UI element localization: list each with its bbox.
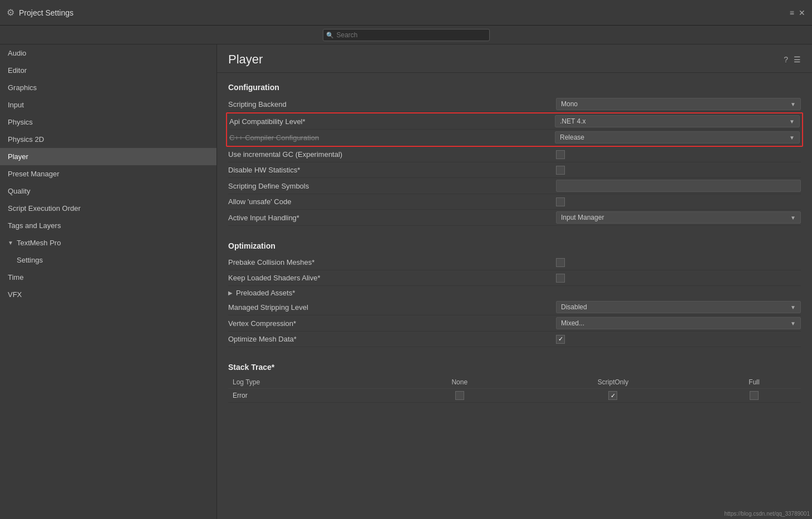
api-compat-value: .NET 4.x — [560, 117, 585, 125]
sidebar-item-script-execution-order[interactable]: Script Execution Order — [0, 200, 216, 217]
prebake-row: Prebake Collision Meshes* — [228, 255, 801, 270]
optimization-title: Optimization — [228, 241, 801, 250]
search-bar: 🔍 — [0, 26, 812, 45]
sidebar-item-label: Player — [8, 152, 28, 161]
col-none: None — [401, 376, 519, 389]
log-type-error: Error — [228, 389, 401, 403]
sidebar-item-label: Tags and Layers — [8, 221, 61, 230]
dropdown-arrow: ▼ — [789, 135, 795, 141]
incremental-gc-label: Use incremental GC (Experimental) — [228, 150, 556, 159]
sidebar-item-label: Graphics — [8, 83, 37, 92]
dropdown-arrow: ▼ — [790, 304, 796, 310]
error-scriptonly[interactable] — [519, 389, 707, 403]
content-menu-icon[interactable]: ☰ — [794, 55, 801, 64]
table-row: Error — [228, 389, 801, 403]
sidebar-item-label: TextMesh Pro — [17, 239, 61, 247]
unsafe-code-label: Allow 'unsafe' Code — [228, 197, 556, 206]
sidebar-item-preset-manager[interactable]: Preset Manager — [0, 165, 216, 182]
search-input[interactable] — [323, 29, 490, 41]
window-title: Project Settings — [19, 8, 73, 17]
sidebar-item-tags-and-layers[interactable]: Tags and Layers — [0, 217, 216, 234]
active-input-dropdown[interactable]: Input Manager ▼ — [556, 211, 801, 224]
error-full[interactable] — [707, 389, 801, 403]
sidebar-item-audio[interactable]: Audio — [0, 45, 216, 62]
sidebar-item-physics[interactable]: Physics — [0, 113, 216, 131]
shaders-row: Keep Loaded Shaders Alive* — [228, 270, 801, 286]
gear-icon: ⚙ — [7, 7, 14, 18]
scripting-backend-label: Scripting Backend — [228, 100, 556, 108]
shaders-checkbox[interactable] — [556, 274, 565, 283]
optimize-mesh-checkbox[interactable] — [556, 335, 565, 344]
sidebar-item-label: Editor — [8, 66, 27, 75]
cpp-compiler-dropdown[interactable]: Release ▼ — [555, 131, 800, 144]
stack-trace-table: Log Type None ScriptOnly Full Error — [228, 376, 801, 403]
preloaded-label[interactable]: Preloaded Assets* — [236, 289, 801, 297]
optimization-section: Optimization Prebake Collision Meshes* K… — [217, 231, 812, 353]
active-input-row: Active Input Handling* Input Manager ▼ — [228, 210, 801, 226]
cpp-compiler-value: Release — [560, 134, 584, 141]
unsafe-code-checkbox[interactable] — [556, 197, 565, 206]
error-none[interactable] — [401, 389, 519, 403]
stripping-row: Managed Stripping Level Disabled ▼ — [228, 299, 801, 315]
sidebar-item-player[interactable]: Player — [0, 148, 216, 165]
configuration-title: Configuration — [228, 83, 801, 92]
sidebar: AudioEditorGraphicsInputPhysicsPhysics 2… — [0, 45, 217, 519]
sidebar-item-quality[interactable]: Quality — [0, 182, 216, 200]
sidebar-item-label: Physics — [8, 118, 33, 126]
sidebar-item-graphics[interactable]: Graphics — [0, 79, 216, 96]
sidebar-item-physics-2d[interactable]: Physics 2D — [0, 131, 216, 148]
scripting-backend-row: Scripting Backend Mono ▼ — [228, 96, 801, 112]
sidebar-item-label: Input — [8, 101, 24, 109]
help-icon[interactable]: ? — [784, 55, 788, 64]
stripping-dropdown[interactable]: Disabled ▼ — [556, 301, 801, 313]
col-logtype: Log Type — [228, 376, 401, 389]
sidebar-item-label: Script Execution Order — [8, 204, 81, 212]
api-compat-label: Api Compatibility Level* — [229, 117, 555, 126]
sidebar-item-settings[interactable]: Settings — [0, 251, 216, 269]
vertex-compression-dropdown[interactable]: Mixed... ▼ — [556, 317, 801, 329]
menu-icon[interactable]: ≡ — [790, 8, 794, 17]
cpp-compiler-row: C++ Compiler Configuration Release ▼ — [229, 130, 800, 146]
sidebar-item-label: Audio — [8, 49, 26, 57]
sidebar-item-vfx[interactable]: VFX — [0, 286, 216, 303]
sidebar-item-label: Quality — [8, 187, 30, 195]
stack-trace-title: Stack Trace* — [228, 363, 801, 372]
scripting-backend-value: Mono — [561, 100, 578, 108]
sidebar-item-time[interactable]: Time — [0, 269, 216, 286]
sidebar-item-label: Preset Manager — [8, 170, 60, 178]
dropdown-arrow: ▼ — [790, 320, 796, 327]
optimize-mesh-row: Optimize Mesh Data* — [228, 332, 801, 347]
scripting-define-label: Scripting Define Symbols — [228, 182, 556, 190]
hw-stats-row: Disable HW Statistics* — [228, 162, 801, 178]
active-input-label: Active Input Handling* — [228, 214, 556, 222]
prebake-checkbox[interactable] — [556, 258, 565, 267]
api-compat-dropdown[interactable]: .NET 4.x ▼ — [555, 115, 800, 127]
unsafe-code-row: Allow 'unsafe' Code — [228, 194, 801, 210]
sidebar-item-label: Settings — [17, 256, 43, 264]
close-icon[interactable]: ✕ — [799, 8, 805, 17]
prebake-label: Prebake Collision Meshes* — [228, 258, 556, 266]
dropdown-arrow: ▼ — [789, 118, 795, 125]
stripping-label: Managed Stripping Level — [228, 303, 556, 312]
vertex-compression-label: Vertex Compression* — [228, 319, 556, 328]
incremental-gc-checkbox[interactable] — [556, 150, 565, 159]
hw-stats-label: Disable HW Statistics* — [228, 166, 556, 174]
title-bar: ⚙ Project Settings ≡ ✕ — [0, 0, 812, 26]
window-controls: ≡ ✕ — [790, 8, 805, 17]
dropdown-arrow: ▼ — [790, 101, 796, 107]
sidebar-item-input[interactable]: Input — [0, 96, 216, 113]
preloaded-row: ▶ Preloaded Assets* — [228, 286, 801, 299]
configuration-section: Configuration Scripting Backend Mono ▼ A… — [217, 73, 812, 231]
col-scriptonly: ScriptOnly — [519, 376, 707, 389]
dropdown-arrow: ▼ — [790, 215, 796, 221]
incremental-gc-row: Use incremental GC (Experimental) — [228, 147, 801, 162]
hw-stats-checkbox[interactable] — [556, 166, 565, 175]
scripting-define-input[interactable] — [556, 180, 801, 192]
cpp-compiler-label: C++ Compiler Configuration — [229, 134, 555, 142]
header-icons: ? ☰ — [784, 55, 801, 64]
main-layout: AudioEditorGraphicsInputPhysicsPhysics 2… — [0, 45, 812, 519]
scripting-backend-dropdown[interactable]: Mono ▼ — [556, 98, 801, 110]
sidebar-item-label: VFX — [8, 290, 22, 299]
sidebar-item-textmesh-pro[interactable]: ▼ TextMesh Pro — [0, 234, 216, 251]
sidebar-item-editor[interactable]: Editor — [0, 62, 216, 79]
